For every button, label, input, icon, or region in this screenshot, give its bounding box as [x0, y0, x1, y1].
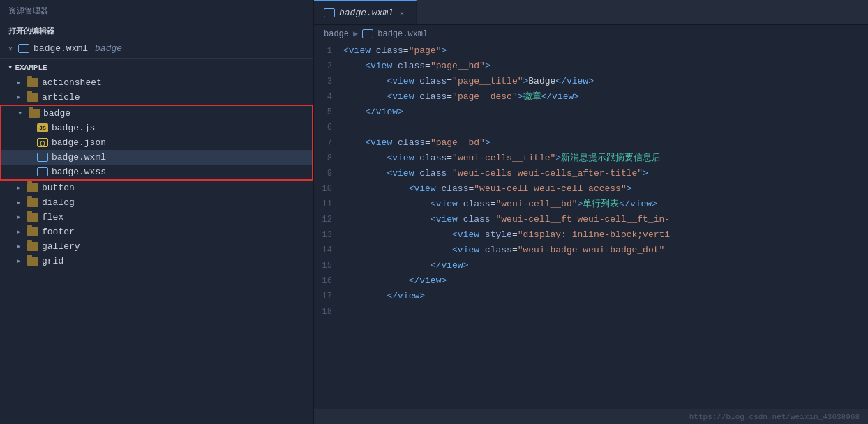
- line-content: <view class="weui-badge weui-badge_dot": [343, 243, 868, 258]
- tab-label: badge.wxml: [339, 8, 394, 18]
- sidebar-item-flex[interactable]: ▶ flex: [0, 210, 313, 225]
- folder-icon: [27, 242, 38, 251]
- line-content: <view class="page__hd">: [343, 59, 868, 74]
- line-number: 1: [314, 43, 343, 59]
- example-label-text: EXAMPLE: [15, 63, 47, 72]
- line-number: 15: [314, 258, 343, 273]
- code-line: 8 <view class="weui-cells__title">新消息提示跟…: [314, 151, 868, 166]
- chevron-right-icon: ▶: [17, 79, 24, 86]
- status-bar: https://blog.csdn.net/weixin_43638968: [314, 409, 868, 424]
- sidebar-item-badge-js[interactable]: ▶ JS badge.js: [1, 121, 312, 135]
- line-number: 8: [314, 151, 343, 166]
- line-number: 13: [314, 227, 343, 243]
- watermark-text: https://blog.csdn.net/weixin_43638968: [689, 413, 860, 421]
- line-number: 18: [314, 304, 343, 319]
- code-line: 18: [314, 304, 868, 319]
- line-content: </view>: [343, 273, 868, 289]
- folder-icon: [29, 109, 40, 118]
- tree-item-label: grid: [42, 256, 63, 266]
- breadcrumb-file: badge.wxml: [377, 29, 428, 39]
- code-line: 5 </view>: [314, 105, 868, 120]
- tree-item-label: badge.wxss: [52, 167, 106, 177]
- chevron-right-icon: ▶: [17, 184, 24, 192]
- line-number: 14: [314, 243, 343, 258]
- code-line: 10 <view class="weui-cell weui-cell_acce…: [314, 181, 868, 197]
- code-line: 15 </view>: [314, 258, 868, 273]
- chevron-right-icon: ▶: [17, 243, 24, 250]
- sidebar-item-grid[interactable]: ▶ grid: [0, 254, 313, 268]
- example-label: ▼ EXAMPLE: [0, 60, 313, 75]
- line-number: 12: [314, 212, 343, 227]
- folder-icon: [27, 213, 38, 222]
- wxml-file-icon: [18, 44, 29, 53]
- tree-item-label: footer: [42, 227, 75, 237]
- line-content: <view class="weui-cell__bd">单行列表</view>: [343, 197, 868, 212]
- open-editors-label: 打开的编辑器: [0, 22, 313, 40]
- sidebar-item-badge-wxml[interactable]: ▶ badge.wxml: [1, 150, 312, 165]
- main-layout: 资源管理器 打开的编辑器 ✕ badge.wxml badge ▼ EXAMPL…: [0, 0, 868, 424]
- line-number: 10: [314, 181, 343, 197]
- folder-icon: [27, 183, 38, 192]
- editor-tab-badge-wxml[interactable]: badge.wxml ✕: [314, 0, 417, 24]
- code-editor[interactable]: 1 <view class="page"> 2 <view class="pag…: [314, 43, 868, 409]
- line-content: </view>: [343, 289, 868, 304]
- line-number: 7: [314, 135, 343, 151]
- line-content: <view style="display: inline-block;verti: [343, 227, 868, 243]
- tree-item-label: actionsheet: [42, 77, 102, 88]
- code-line: 14 <view class="weui-badge weui-badge_do…: [314, 243, 868, 258]
- line-content: </view>: [343, 258, 868, 273]
- line-number: 6: [314, 120, 343, 135]
- open-editor-item[interactable]: ✕ badge.wxml badge: [0, 40, 313, 56]
- chevron-down-icon: ▼: [8, 64, 12, 71]
- tree-item-label: button: [42, 183, 75, 193]
- sidebar-item-article[interactable]: ▶ article: [0, 90, 313, 105]
- breadcrumb-folder: badge: [324, 29, 349, 39]
- sidebar-item-badge[interactable]: ▼ badge: [1, 106, 312, 121]
- line-content: </view>: [343, 105, 868, 120]
- sidebar-item-badge-json[interactable]: ▶ {} badge.json: [1, 135, 312, 150]
- line-number: 5: [314, 105, 343, 120]
- line-number: 3: [314, 74, 343, 89]
- sidebar-item-gallery[interactable]: ▶ gallery: [0, 239, 313, 254]
- chevron-right-icon: ▶: [17, 228, 24, 236]
- line-content: <view class="page">: [343, 43, 868, 59]
- folder-icon: [27, 227, 38, 236]
- sidebar-item-button[interactable]: ▶ button: [0, 181, 313, 195]
- chevron-right-icon: ▶: [17, 199, 24, 206]
- js-file-icon: JS: [37, 123, 48, 132]
- open-editor-foldername: badge: [95, 43, 122, 54]
- line-content: <view class="weui-cells__title">新消息提示跟摘要…: [343, 151, 868, 166]
- tree-item-label: gallery: [42, 241, 80, 252]
- chevron-right-icon: ▶: [17, 93, 24, 101]
- sidebar-item-dialog[interactable]: ▶ dialog: [0, 195, 313, 210]
- badge-folder-group: ▼ badge ▶ JS badge.js ▶ {} badge.json: [0, 105, 313, 181]
- tab-close-button[interactable]: ✕: [398, 8, 406, 18]
- tab-bar: badge.wxml ✕: [314, 0, 868, 25]
- sidebar-item-badge-wxss[interactable]: ▶ badge.wxss: [1, 165, 312, 179]
- breadcrumb-file-icon: [362, 29, 373, 38]
- sidebar-item-footer[interactable]: ▶ footer: [0, 225, 313, 239]
- sidebar-item-actionsheet[interactable]: ▶ actionsheet: [0, 75, 313, 90]
- code-line: 1 <view class="page">: [314, 43, 868, 59]
- close-icon[interactable]: ✕: [8, 45, 13, 53]
- folder-icon: [27, 198, 38, 207]
- line-number: 16: [314, 273, 343, 289]
- line-content: <view class="weui-cells weui-cells_after…: [343, 166, 868, 181]
- code-line: 12 <view class="weui-cell__ft weui-cell_…: [314, 212, 868, 227]
- wxml-file-icon: [37, 167, 48, 176]
- line-number: 9: [314, 166, 343, 181]
- folder-icon: [27, 93, 38, 102]
- line-number: 2: [314, 59, 343, 74]
- tree-item-label: badge.json: [52, 137, 106, 148]
- line-number: 11: [314, 197, 343, 212]
- tree-item-label: article: [42, 92, 80, 103]
- line-content: <view class="page__desc">徽章</view>: [343, 89, 868, 105]
- line-content: <view class="page__bd">: [343, 135, 868, 151]
- wxml-tab-icon: [324, 8, 335, 17]
- line-content: <view class="page__title">Badge</view>: [343, 74, 868, 89]
- code-line: 11 <view class="weui-cell__bd">单行列表</vie…: [314, 197, 868, 212]
- editor-area: badge.wxml ✕ badge ▶ badge.wxml 1 <view …: [314, 0, 868, 424]
- chevron-right-icon: ▶: [17, 213, 24, 221]
- sidebar: 资源管理器 打开的编辑器 ✕ badge.wxml badge ▼ EXAMPL…: [0, 0, 314, 424]
- code-line: 9 <view class="weui-cells weui-cells_aft…: [314, 166, 868, 181]
